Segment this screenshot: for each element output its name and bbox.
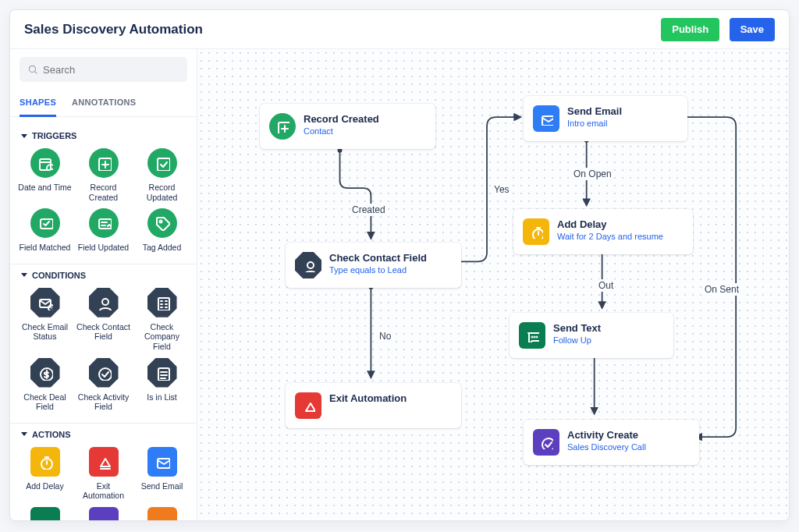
node-check-contact[interactable]: Check Contact FieldType equals to Lead (286, 243, 461, 288)
chevron-down-icon (21, 134, 27, 138)
section-conditions-header[interactable]: CONDITIONS (21, 271, 186, 280)
edge-label-onopen: On Open (572, 168, 613, 180)
action-add-delay[interactable]: Add Delay (18, 447, 72, 501)
svg-point-54 (534, 337, 535, 338)
svg-rect-10 (99, 219, 112, 229)
svg-point-55 (537, 337, 538, 338)
node-add-delay[interactable]: Add DelayWait for 2 Days and resume (513, 209, 693, 254)
svg-point-46 (307, 262, 314, 268)
form-edit-icon (96, 215, 112, 231)
mail-icon (533, 105, 559, 132)
chat-icon (519, 322, 545, 349)
tab-annotations[interactable]: ANNOTATIONS (72, 93, 136, 116)
svg-text:?: ? (50, 306, 53, 310)
plus-square-icon (269, 113, 296, 140)
stopwatch-icon (523, 218, 549, 245)
section-actions-header[interactable]: ACTIONS (21, 430, 186, 439)
svg-point-13 (159, 221, 162, 223)
node-record-created[interactable]: Record CreatedContact (260, 104, 435, 149)
svg-point-0 (29, 66, 35, 72)
condition-check-deal[interactable]: Check Deal Field (18, 358, 72, 412)
chevron-down-icon (21, 432, 27, 436)
condition-check-email[interactable]: ?Check Email Status (18, 288, 72, 352)
exit-icon (295, 392, 321, 419)
search-icon (27, 64, 38, 75)
section-triggers-header[interactable]: TRIGGERS (21, 131, 186, 140)
edge-label-created: Created (350, 204, 387, 216)
node-exit-automation[interactable]: Exit Automation (286, 383, 461, 428)
action-send-email[interactable]: Send Email (135, 447, 189, 501)
svg-point-17 (102, 299, 108, 305)
svg-marker-34 (101, 459, 110, 466)
condition-is-in-list[interactable]: Is in List (135, 358, 189, 412)
chevron-down-icon (21, 273, 27, 277)
action-extra-3[interactable] (135, 507, 189, 520)
trigger-field-matched[interactable]: Field Matched (18, 208, 72, 253)
stopwatch-icon (37, 454, 53, 470)
edge-label-yes: Yes (492, 183, 511, 196)
trigger-tag-added[interactable]: Tag Added (135, 208, 189, 253)
topbar: Sales Discovery Automation Publish Save (10, 10, 789, 49)
list-icon (154, 365, 170, 381)
trigger-record-created[interactable]: Record Created (76, 148, 130, 202)
trigger-field-updated[interactable]: Field Updated (76, 208, 130, 253)
check-circle-icon (96, 365, 112, 381)
action-exit-automation[interactable]: Exit Automation (76, 447, 130, 501)
tag-icon (154, 215, 170, 231)
publish-button[interactable]: Publish (661, 18, 719, 41)
search-input[interactable] (43, 64, 179, 76)
chat-check-icon (37, 215, 53, 231)
condition-check-company[interactable]: Check Company Field (135, 288, 189, 352)
node-send-text[interactable]: Send TextFollow Up (510, 313, 673, 358)
search-field[interactable] (20, 57, 187, 82)
tab-shapes[interactable]: SHAPES (20, 93, 56, 117)
edge-label-no: No (378, 330, 392, 342)
app-root: Sales Discovery Automation Publish Save … (9, 9, 790, 521)
mail-question-icon: ? (37, 295, 53, 310)
canvas[interactable]: Record CreatedContact Check Contact Fiel… (197, 49, 789, 520)
trigger-date-time[interactable]: Date and Time (18, 148, 72, 202)
check-circle-icon (533, 429, 559, 456)
mail-icon (154, 454, 170, 470)
svg-rect-8 (158, 158, 170, 171)
svg-marker-47 (306, 403, 315, 411)
page-title: Sales Discovery Automation (24, 22, 203, 37)
user-icon (96, 295, 112, 310)
svg-point-53 (532, 337, 533, 338)
edge-label-out: Out (597, 279, 615, 292)
building-icon (154, 295, 170, 310)
user-icon (295, 252, 321, 278)
action-extra-1[interactable] (18, 507, 72, 520)
condition-check-contact[interactable]: Check Contact Field (76, 288, 130, 352)
action-extra-2[interactable] (76, 507, 130, 520)
trigger-record-updated[interactable]: Record Updated (135, 148, 189, 202)
svg-point-26 (99, 368, 112, 381)
save-button[interactable]: Save (730, 18, 775, 41)
condition-check-activity[interactable]: Check Activity Field (76, 358, 130, 412)
node-activity-create[interactable]: Activity CreateSales Discovery Call (524, 420, 699, 465)
calendar-clock-icon (37, 155, 53, 171)
exit-icon (96, 454, 112, 470)
svg-line-1 (35, 72, 37, 74)
dollar-circle-icon (37, 365, 53, 381)
sidebar: SHAPES ANNOTATIONS TRIGGERS Date and Tim… (10, 49, 197, 520)
plus-square-icon (96, 155, 112, 171)
edge-label-onsent: On Sent (703, 283, 740, 296)
check-square-icon (154, 155, 170, 171)
node-send-email[interactable]: Send EmailIntro email (524, 96, 687, 141)
